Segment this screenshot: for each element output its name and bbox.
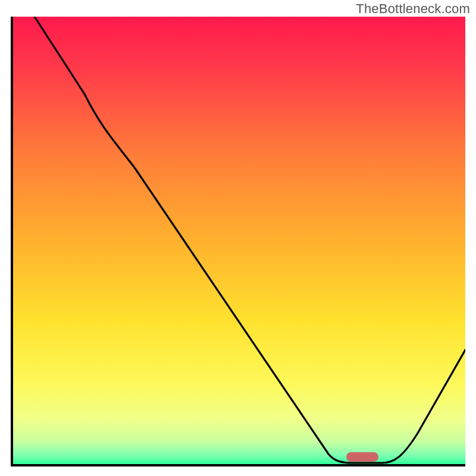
optimum-marker: [346, 452, 378, 462]
chart-container: TheBottleneck.com: [0, 0, 476, 476]
watermark-text: TheBottleneck.com: [356, 1, 470, 17]
plot-area: [11, 17, 465, 466]
bottleneck-curve: [13, 17, 465, 464]
